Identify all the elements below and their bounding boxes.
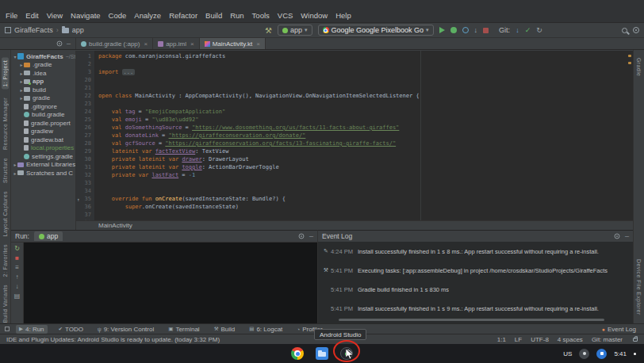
tree-row-external-libraries[interactable]: ▸External Libraries <box>11 161 75 170</box>
event-log-body[interactable]: ✎4:24 PMInstall successfully finished in… <box>318 242 633 323</box>
code-line[interactable] <box>98 188 633 196</box>
profile-button[interactable] <box>462 27 469 33</box>
code-line[interactable] <box>98 101 633 109</box>
restore-layout-icon[interactable]: ≡ <box>15 264 19 271</box>
toolwindow-button-todo[interactable]: ✔TODO <box>56 325 86 334</box>
tree-row-gradlew-bat[interactable]: gradlew.bat <box>11 136 75 144</box>
project-settings-gear-icon[interactable] <box>57 41 63 47</box>
status-utf-8[interactable]: UTF-8 <box>531 336 549 343</box>
code-line[interactable]: private lateinit var toggle: ActionBarDr… <box>98 164 633 172</box>
menu-item-file[interactable]: File <box>2 10 21 21</box>
tree-row-gradle[interactable]: ▸gradle <box>11 94 75 103</box>
menu-item-edit[interactable]: Edit <box>21 10 42 21</box>
tree-row-gradlew[interactable]: gradlew <box>11 128 75 136</box>
tool-button-gradle[interactable]: Gradle <box>636 58 642 76</box>
toolwindow-button-4-run[interactable]: ▶4: Run <box>16 325 48 334</box>
lock-icon[interactable] <box>633 338 638 342</box>
down-stack-trace-icon[interactable]: ↓ <box>16 283 19 290</box>
code-line[interactable]: val gcfSource = "https://giraffeconserva… <box>98 140 633 148</box>
menu-item-window[interactable]: Window <box>297 10 332 21</box>
settings-gear-icon[interactable] <box>633 27 639 33</box>
toolwindow-button-event-log[interactable]: ●Event Log <box>599 325 639 334</box>
soft-wrap-icon[interactable]: ▤ <box>14 292 21 300</box>
breadcrumb-project[interactable]: GiraffeFacts <box>14 26 53 34</box>
code-line[interactable]: private lateinit var drawer: DrawerLayou… <box>98 156 633 164</box>
tree-row-build[interactable]: ▸build <box>11 86 75 94</box>
toolwindow-button-terminal[interactable]: ▣Terminal <box>165 325 202 334</box>
tree-row-gradle[interactable]: ▸.gradle <box>11 61 75 70</box>
tree-row-gitignore[interactable]: .gitignore <box>11 102 75 111</box>
chrome-taskbar-icon[interactable] <box>291 347 304 360</box>
menu-item-analyze[interactable]: Analyze <box>130 10 165 21</box>
menu-item-vcs[interactable]: VCS <box>274 10 297 21</box>
editor-code-area[interactable]: package com.naranjaconsal.giraffefactsim… <box>95 51 633 220</box>
code-line[interactable] <box>98 77 633 85</box>
stop-icon[interactable]: ■ <box>15 254 19 262</box>
git-commit-icon[interactable]: ✓ <box>525 26 531 34</box>
search-icon[interactable] <box>622 28 627 33</box>
code-line[interactable]: val tag = "EmojiCompatApplication" <box>98 109 633 117</box>
tree-row-local-properties[interactable]: local.properties <box>11 144 75 153</box>
error-stripe-mark[interactable] <box>628 55 631 57</box>
attach-debugger-icon[interactable]: ↓ <box>474 26 478 34</box>
status-lf[interactable]: LF <box>515 336 522 343</box>
code-line[interactable]: val donateLink = "https://giraffeconserv… <box>98 132 633 140</box>
hide-event-log-icon[interactable]: ─ <box>625 234 629 239</box>
project-tree-panel[interactable]: ▾GiraffeFacts~/St▸.gradle▸.idea▸app▸buil… <box>11 51 76 230</box>
code-line[interactable] <box>98 212 633 220</box>
status-1-1[interactable]: 1:1 <box>497 336 506 343</box>
tray-status-icon[interactable] <box>579 349 589 359</box>
status-git-master[interactable]: Git: master <box>592 336 623 343</box>
build-hammer-icon[interactable]: ⚒ <box>265 26 272 35</box>
menu-item-view[interactable]: View <box>43 10 67 21</box>
code-line[interactable] <box>98 180 633 188</box>
editor-tab-app-iml[interactable]: app.iml× <box>153 38 199 49</box>
code-line[interactable]: super.onCreate(savedInstanceState) <box>98 204 633 212</box>
run-console[interactable] <box>24 243 317 323</box>
up-stack-trace-icon[interactable]: ↑ <box>16 273 19 281</box>
git-update-icon[interactable]: ↓ <box>516 26 519 34</box>
menu-item-build[interactable]: Build <box>201 10 226 21</box>
device-selector[interactable]: Google Google Pixelbook Go ▾ <box>318 25 434 36</box>
tree-row-app[interactable]: ▸app <box>11 78 75 86</box>
editor-tab-mainactivity-kt[interactable]: MainActivity.kt× <box>200 38 266 49</box>
tool-button-layout-captures[interactable]: Layout Captures <box>2 191 8 236</box>
error-stripe-mark[interactable] <box>628 62 631 64</box>
tool-window-switcher-icon[interactable] <box>5 327 10 331</box>
menu-item-refactor[interactable]: Refactor <box>165 10 201 21</box>
clock[interactable]: 5:41 <box>614 350 627 357</box>
code-line[interactable]: override fun onCreate(savedInstanceState… <box>98 196 633 204</box>
tool-button-structure[interactable]: Structure <box>2 158 8 183</box>
hide-panel-icon[interactable]: ─ <box>67 41 71 47</box>
code-line[interactable]: val emoji = "\ud83e\udd92" <box>98 117 633 124</box>
event-log-settings-gear-icon[interactable] <box>615 234 620 239</box>
tool-button-build-variants[interactable]: Build Variants <box>2 285 8 323</box>
breadcrumb-class[interactable]: MainActivity <box>98 222 132 229</box>
tool-button-2-favorites[interactable]: 2: Favorites <box>2 244 8 277</box>
menu-item-navigate[interactable]: Navigate <box>67 10 105 21</box>
menu-item-run[interactable]: Run <box>226 10 247 21</box>
code-line[interactable]: lateinit var factTextView: TextView <box>98 148 633 156</box>
code-editor[interactable]: 12320212223242526272829303132333435↑3637… <box>76 51 633 220</box>
tool-button-1-project[interactable]: 1: Project <box>2 58 9 90</box>
horizontal-scrollbar[interactable] <box>339 319 604 321</box>
tree-row-idea[interactable]: ▸.idea <box>11 69 75 78</box>
toolwindow-button-9-version-control[interactable]: ψ9: Version Control <box>94 325 157 334</box>
breadcrumb-module[interactable]: app <box>72 26 84 34</box>
code-line[interactable] <box>98 85 633 93</box>
hide-run-panel-icon[interactable]: ─ <box>309 234 313 239</box>
rerun-icon[interactable]: ↻ <box>14 245 20 252</box>
code-line[interactable]: package com.naranjaconsal.giraffefacts <box>98 53 633 61</box>
keyboard-layout-indicator[interactable]: US <box>563 350 572 357</box>
tree-row-scratches-and-c[interactable]: ▸Scratches and C <box>11 169 75 178</box>
code-line[interactable]: private var lastFact = -1 <box>98 172 633 180</box>
run-tab-app[interactable]: app <box>34 231 63 241</box>
menu-item-code[interactable]: Code <box>105 10 131 21</box>
tree-row-settings-gradle[interactable]: settings.gradle <box>11 152 75 161</box>
override-marker-icon[interactable]: ↑ <box>77 197 80 202</box>
tray-indicator-icon[interactable] <box>596 349 607 359</box>
code-line[interactable]: val doSomethingSource = "https://www.dos… <box>98 124 633 132</box>
file-manager-taskbar-icon[interactable] <box>316 347 328 360</box>
menu-item-tools[interactable]: Tools <box>248 10 274 21</box>
toolwindow-button-6-logcat[interactable]: ▤6: Logcat <box>246 325 286 334</box>
